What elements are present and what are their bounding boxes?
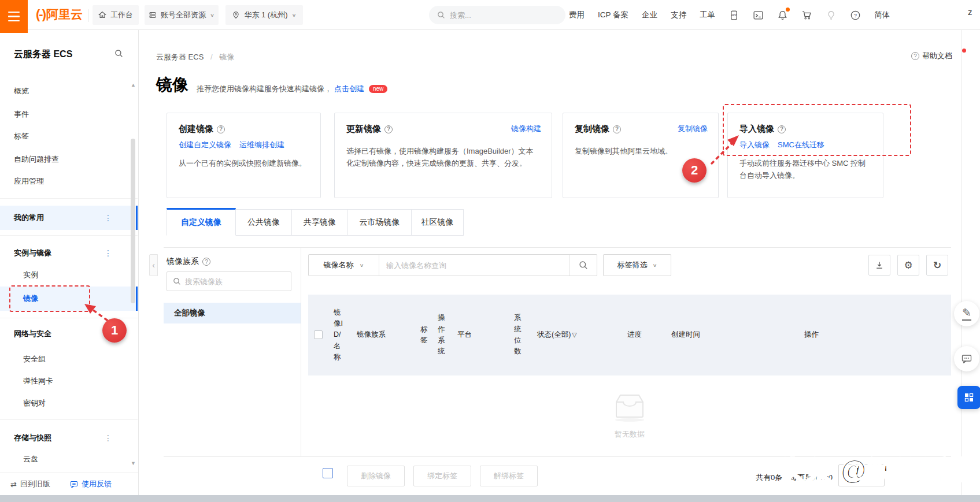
card-title: 创建镜像? <box>179 124 309 135</box>
menu-support[interactable]: 支持 <box>671 10 686 20</box>
sidebar-section-favorites[interactable]: 我的常用 ⋮ <box>0 206 138 230</box>
image-builder-link[interactable]: 镜像构建 <box>511 124 541 134</box>
feedback-chat-icon <box>70 480 78 488</box>
hamburger-menu-button[interactable] <box>0 0 28 33</box>
bind-tag-button[interactable]: 绑定标签 <box>413 466 471 486</box>
scrollbar-up-arrow[interactable]: ▲ <box>131 82 136 88</box>
menu-enterprise[interactable]: 企业 <box>642 10 657 20</box>
region-selector[interactable]: 华东 1 (杭州) ∨ <box>225 5 303 25</box>
tab-community-images[interactable]: 社区镜像 <box>412 209 464 236</box>
family-item-all-images[interactable]: 全部镜像 <box>164 303 301 323</box>
tag-filter-button[interactable]: 标签筛选 ∨ <box>603 254 671 276</box>
more-dots-icon[interactable]: ⋮ <box>104 433 112 442</box>
filter-search-button[interactable] <box>569 255 597 276</box>
tab-public-images[interactable]: 公共镜像 <box>236 209 292 236</box>
question-circle-icon[interactable]: ? <box>613 125 621 133</box>
sidebar-item-events[interactable]: 事件 <box>0 104 138 125</box>
notification-bell-icon[interactable] <box>777 10 788 21</box>
sidebar-item-app-management[interactable]: 应用管理 <box>0 171 138 192</box>
search-icon <box>173 277 181 285</box>
sidebar-item-disks[interactable]: 云盘 <box>0 449 138 469</box>
question-circle-icon[interactable]: ? <box>217 125 225 133</box>
pencil-icon: ✎ <box>962 307 971 321</box>
question-circle-icon[interactable]: ? <box>384 125 393 133</box>
app-icon[interactable]: APP <box>728 10 739 21</box>
breadcrumb-root[interactable]: 云服务器 ECS <box>156 53 204 61</box>
batch-select-checkbox[interactable] <box>323 468 333 478</box>
sidebar-title: 云服务器 ECS <box>14 49 72 61</box>
refresh-button[interactable]: ↻ <box>926 255 948 276</box>
sidebar-scrollbar-thumb[interactable] <box>131 139 135 303</box>
chevron-down-icon: ∨ <box>210 12 215 18</box>
table-header: 镜像ID/名称 镜像族系 标签 操作系统 平台 系统位数 状态(全部) ▽ 进度… <box>308 295 951 375</box>
filter-input-wrap <box>379 255 569 276</box>
column-actions: 操作 <box>804 295 839 375</box>
language-selector[interactable]: 简体 <box>874 10 890 20</box>
widget-grid-button[interactable] <box>957 386 980 409</box>
account-resources-dropdown[interactable]: 账号全部资源 ∨ <box>145 5 219 25</box>
image-name-filter-input[interactable] <box>386 261 562 270</box>
sidebar-section-instances-images[interactable]: 实例与镜像 ⋮ <box>0 243 138 263</box>
delete-image-button[interactable]: 删除镜像 <box>347 466 405 486</box>
click-create-link[interactable]: 点击创建 <box>334 84 364 94</box>
scrollbar-down-arrow[interactable]: ▼ <box>131 460 136 466</box>
global-search-input[interactable] <box>450 11 542 20</box>
card-create-image: 创建镜像? 创建自定义镜像 运维编排创建 从一个已有的实例或快照创建新镜像。 <box>167 113 321 198</box>
unbind-tag-button[interactable]: 解绑标签 <box>480 466 538 486</box>
sidebar-item-enis[interactable]: 弹性网卡 <box>0 371 138 392</box>
column-tags: 标签 <box>420 295 428 375</box>
sidebar: 云服务器 ECS 概览 事件 标签 自助问题排查 应用管理 我的常用 ⋮ 实例与… <box>0 30 139 495</box>
family-search-input[interactable] <box>185 277 278 286</box>
sidebar-item-instances[interactable]: 实例 <box>0 265 138 285</box>
image-type-tabs: 自定义镜像 公共镜像 共享镜像 云市场镜像 社区镜像 <box>167 208 464 236</box>
family-search-box[interactable] <box>167 272 291 291</box>
sidebar-search-icon[interactable] <box>114 49 123 60</box>
oos-create-link[interactable]: 运维编排创建 <box>239 140 284 150</box>
cart-icon[interactable] <box>801 10 812 21</box>
settings-button[interactable]: ⚙ <box>897 255 919 276</box>
aliyun-logo[interactable]: (-) 阿里云 <box>36 6 83 23</box>
sidebar-item-security-groups[interactable]: 安全组 <box>0 349 138 370</box>
home-icon <box>98 11 106 19</box>
chat-float-button[interactable] <box>954 346 979 371</box>
help-question-icon[interactable]: ? <box>850 10 861 21</box>
menu-tickets[interactable]: 工单 <box>700 10 715 20</box>
menu-billing[interactable]: 费用 <box>569 10 585 20</box>
menu-icp[interactable]: ICP 备案 <box>598 10 628 20</box>
feedback-link[interactable]: 使用反馈 <box>70 479 112 489</box>
help-doc-link[interactable]: ? 帮助文档 <box>911 51 952 61</box>
search-icon <box>579 261 588 270</box>
workbench-button[interactable]: 工作台 <box>93 5 139 25</box>
column-os: 操作系统 <box>438 295 446 375</box>
sidebar-item-overview[interactable]: 概览 <box>0 81 138 102</box>
panel-collapse-handle[interactable]: ‹ <box>149 254 158 276</box>
question-circle-icon[interactable]: ? <box>202 258 210 266</box>
annotation-step-2: 2 <box>682 158 707 183</box>
breadcrumb: 云服务器 ECS / 镜像 <box>156 52 234 62</box>
sidebar-item-tags[interactable]: 标签 <box>0 126 138 147</box>
tab-shared-images[interactable]: 共享镜像 <box>292 209 348 236</box>
select-all-checkbox[interactable] <box>314 330 323 339</box>
tab-custom-images[interactable]: 自定义镜像 <box>167 208 236 236</box>
export-button[interactable] <box>868 255 890 276</box>
terminal-icon[interactable] <box>753 10 764 21</box>
sidebar-item-key-pairs[interactable]: 密钥对 <box>0 393 138 414</box>
filter-funnel-icon[interactable]: ▽ <box>572 330 576 340</box>
lightbulb-icon[interactable] <box>826 10 837 21</box>
global-search[interactable] <box>429 6 565 24</box>
sidebar-item-troubleshooting[interactable]: 自助问题排查 <box>0 149 138 170</box>
sidebar-section-storage-snapshots[interactable]: 存储与快照 ⋮ <box>0 426 138 449</box>
panel-divider <box>301 247 301 456</box>
question-circle-icon: ? <box>911 52 919 60</box>
more-dots-icon[interactable]: ⋮ <box>104 248 112 258</box>
filter-field-dropdown[interactable]: 镜像名称 ∨ <box>309 255 379 276</box>
more-dots-icon[interactable]: ⋮ <box>104 213 112 222</box>
card-desc: 从一个已有的实例或快照创建新镜像。 <box>179 157 309 169</box>
account-resources-label: 账号全部资源 <box>161 10 206 20</box>
back-to-old-version-link[interactable]: ⇄ 回到旧版 <box>10 479 50 489</box>
tab-marketplace-images[interactable]: 云市场镜像 <box>348 209 412 236</box>
edit-float-button[interactable]: ✎ <box>954 301 979 326</box>
create-custom-image-link[interactable]: 创建自定义镜像 <box>179 140 231 150</box>
svg-text:?: ? <box>854 12 857 18</box>
card-desc: 复制镜像到其他阿里云地域。 <box>575 145 707 157</box>
